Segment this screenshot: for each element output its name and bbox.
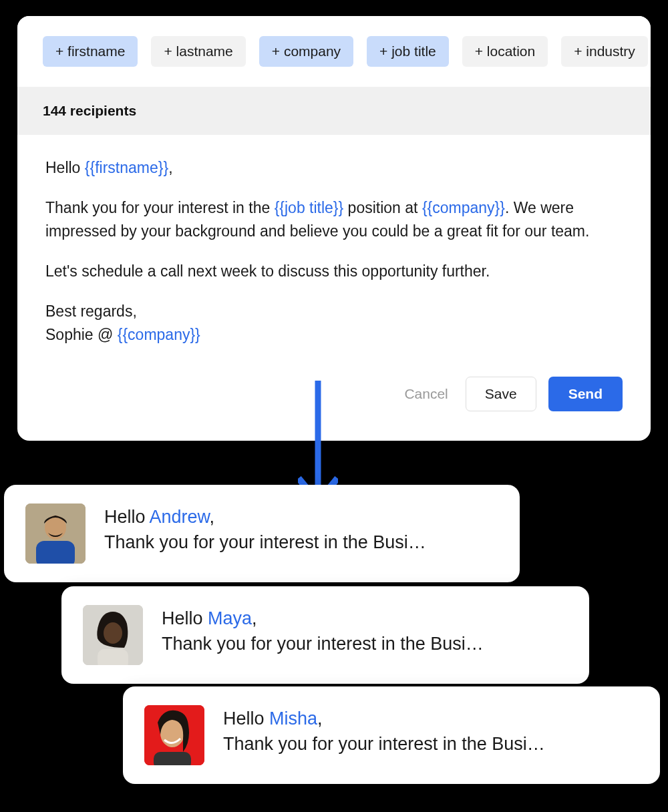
merge-tag-company: {{company}} (422, 199, 505, 216)
preview-card-1: Hello Andrew, Thank you for your interes… (4, 485, 520, 582)
recipients-count-bar: 144 recipients (17, 87, 651, 135)
preview-card-2: Hello Maya, Thank you for your interest … (61, 586, 589, 684)
preview-name: Maya (208, 608, 252, 628)
email-body-editor[interactable]: Hello {{firstname}}, Thank you for your … (17, 135, 651, 363)
chip-firstname[interactable]: + firstname (43, 36, 138, 67)
merge-tag-jobtitle: {{job title}} (275, 199, 344, 216)
svg-rect-10 (154, 752, 191, 765)
svg-rect-7 (98, 649, 128, 665)
chip-industry[interactable]: + industry (561, 36, 648, 67)
cancel-button[interactable]: Cancel (399, 377, 453, 411)
send-button[interactable]: Send (548, 377, 623, 411)
avatar (144, 705, 204, 765)
merge-tag-chips-row: + firstname + lastname + company + job t… (17, 16, 651, 87)
avatar (25, 503, 86, 564)
chip-jobtitle[interactable]: + job title (367, 36, 449, 67)
preview-name: Misha (269, 708, 317, 729)
chip-location[interactable]: + location (462, 36, 548, 67)
avatar (83, 605, 143, 665)
merge-tag-firstname: {{firstname}} (85, 159, 168, 176)
svg-point-6 (104, 622, 122, 644)
email-greeting: Hello {{firstname}}, (45, 156, 623, 180)
email-paragraph-2: Let's schedule a call next week to discu… (45, 260, 623, 284)
preview-card-3: Hello Misha, Thank you for your interest… (123, 686, 660, 784)
chip-lastname[interactable]: + lastname (151, 36, 245, 67)
merge-tag-company-2: {{company}} (118, 326, 200, 343)
save-button[interactable]: Save (466, 377, 536, 411)
preview-text: Hello Andrew, Thank you for your interes… (104, 503, 426, 556)
svg-rect-3 (36, 541, 75, 564)
preview-text: Hello Misha, Thank you for your interest… (223, 705, 545, 757)
chip-company[interactable]: + company (259, 36, 353, 67)
email-signoff: Best regards, Sophie @ {{company}} (45, 300, 623, 347)
preview-text: Hello Maya, Thank you for your interest … (162, 605, 484, 657)
email-paragraph-1: Thank you for your interest in the {{job… (45, 196, 623, 244)
email-composer-card: + firstname + lastname + company + job t… (17, 16, 651, 441)
preview-name: Andrew (150, 507, 210, 527)
